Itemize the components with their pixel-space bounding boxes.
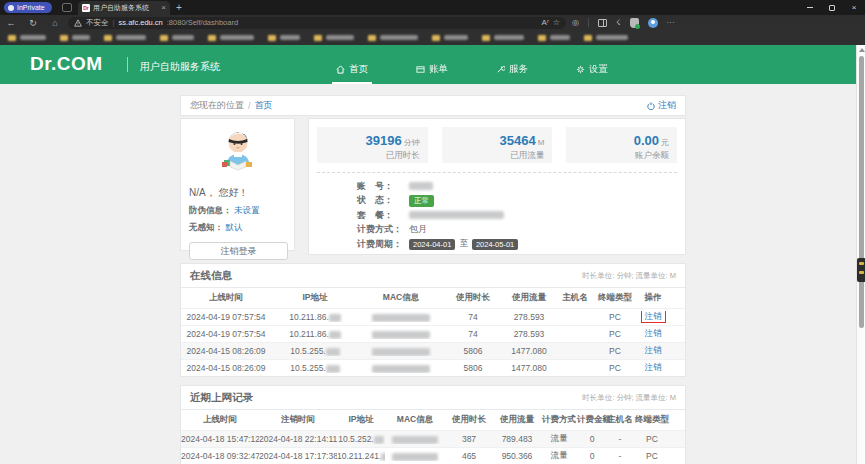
stat-value: 0.00	[634, 133, 659, 148]
home-icon	[336, 65, 345, 74]
home-icon[interactable]: ⌂	[44, 18, 66, 28]
back-icon[interactable]: ←	[0, 18, 22, 28]
toolbar-actions: ◎ ☇ ···	[572, 18, 675, 28]
breadcrumb-prefix: 您现在的位置	[190, 99, 244, 112]
terminal-type: PC	[595, 363, 635, 373]
inprivate-label: InPrivate	[17, 2, 45, 13]
favorite-star-icon[interactable]: ☆	[553, 18, 560, 27]
logo-divider	[127, 57, 128, 72]
screen: InPrivate Dr 用户自助服务系统 × + × ← ↻ ⌂ 不安全 | …	[0, 0, 865, 464]
window-controls: ×	[799, 0, 865, 15]
breadcrumb-home-link[interactable]: 首页	[255, 99, 273, 112]
tab-actions-icon[interactable]	[62, 3, 72, 12]
bookmark-item[interactable]	[314, 35, 354, 41]
folder-icon	[208, 35, 216, 41]
seamless-link[interactable]: 默认	[225, 222, 242, 232]
bookmark-item[interactable]	[8, 35, 46, 41]
offline-time: 2024-04-18 22:14:11	[259, 434, 337, 444]
kick-offline-link[interactable]: 注销	[645, 328, 662, 338]
redacted-mac	[392, 453, 438, 461]
col-header: 上线时间	[181, 414, 259, 426]
nav-label: 首页	[349, 63, 368, 76]
recent-records-header: 近期上网记录 时长单位: 分钟; 流量单位: M	[181, 386, 685, 410]
scrollbar-thumb[interactable]	[859, 56, 864, 328]
site-logo: Dr.COM	[30, 53, 103, 75]
folder-icon	[368, 35, 376, 41]
new-tab-button[interactable]: +	[176, 3, 182, 13]
split-screen-icon[interactable]	[598, 19, 607, 27]
page-scrollbar[interactable]	[856, 45, 865, 464]
collections-icon[interactable]: ☇	[616, 18, 621, 28]
bookmark-item[interactable]	[432, 35, 468, 41]
duration: 5806	[443, 363, 503, 373]
bookmark-item[interactable]	[368, 35, 418, 41]
billing-cycle-label: 计费周期：	[357, 238, 409, 251]
more-menu-icon[interactable]: ···	[667, 18, 675, 28]
kick-offline-link[interactable]: 注销	[645, 345, 662, 355]
recent-records-panel: 近期上网记录 时长单位: 分钟; 流量单位: M 上线时间 注销时间 IP地址 …	[180, 385, 686, 464]
redacted-ip	[326, 365, 340, 373]
units-note: 时长单位: 分钟; 流量单位: M	[582, 271, 676, 281]
inprivate-badge[interactable]: InPrivate	[4, 2, 52, 13]
online-time: 2024-04-18 15:47:12	[181, 434, 259, 444]
tab-close-icon[interactable]: ×	[161, 4, 166, 12]
nav-item-home[interactable]: 首页	[332, 63, 372, 84]
nav-item-bills[interactable]: 账单	[412, 63, 452, 84]
scrollbar-up-arrow[interactable]	[859, 48, 865, 52]
bookmark-item[interactable]	[104, 35, 146, 41]
mac-info	[359, 312, 443, 322]
shield-icon[interactable]	[630, 18, 639, 28]
bookmark-item[interactable]	[584, 35, 628, 41]
account-plan-row: 套 餐：	[357, 208, 677, 223]
account-plan-label: 套 餐：	[357, 209, 409, 222]
profile-avatar-icon[interactable]	[648, 18, 658, 28]
stat-label: 已用时长	[317, 150, 420, 162]
breadcrumb-separator: /	[248, 101, 251, 111]
logout-link[interactable]: 注销	[647, 99, 676, 112]
ip-address: 10.5.255.	[271, 346, 359, 356]
nav-item-settings[interactable]: 设置	[572, 63, 612, 84]
bookmark-item[interactable]	[160, 35, 194, 41]
bookmark-item[interactable]	[208, 35, 254, 41]
billing-method-label: 计费方式：	[357, 223, 409, 236]
address-bar[interactable]: 不安全 | ss.afc.edu.cn :8080/Self/dashboard…	[68, 17, 566, 29]
traffic: 950.366	[493, 451, 541, 461]
table-row: 2024-04-15 08:26:09 10.5.255. 5806 1477.…	[181, 359, 685, 376]
bookmark-item[interactable]	[268, 35, 300, 41]
hostname: -	[607, 451, 633, 461]
stat-label: 已用流量	[442, 150, 545, 162]
stat-unit: 元	[661, 138, 669, 147]
anti-fake-link[interactable]: 未设置	[234, 205, 260, 215]
bookmark-item[interactable]	[482, 35, 524, 41]
logout-label[interactable]: 注销	[658, 99, 676, 112]
maximize-button[interactable]	[821, 0, 843, 15]
refresh-icon[interactable]: ↻	[22, 18, 44, 28]
folder-icon	[268, 35, 276, 41]
table-row: 2024-04-19 07:57:54 10.211.86. 74 278.59…	[181, 308, 685, 325]
ip-address: 10.211.86.	[271, 329, 359, 339]
redacted-mac	[372, 314, 430, 322]
nav-item-services[interactable]: 服务	[492, 63, 532, 84]
col-header: 主机名	[555, 292, 595, 304]
nav-label: 账单	[429, 63, 448, 76]
stat-used-traffic: 35464M 已用流量	[442, 127, 553, 163]
cycle-end-badge: 2024-05-01	[472, 239, 518, 250]
minimize-button[interactable]	[799, 0, 821, 15]
stat-label: 账户余额	[566, 150, 669, 162]
bookmark-item[interactable]	[60, 35, 90, 41]
browser-tab[interactable]: Dr 用户自助服务系统 ×	[78, 1, 170, 15]
table-row: 2024-04-15 08:26:09 10.5.255. 5806 1477.…	[181, 342, 685, 359]
bookmark-item[interactable]	[538, 35, 570, 41]
kick-offline-link-highlighted[interactable]: 注销	[641, 311, 666, 323]
anti-fake-field: 防伪信息： 未设置	[189, 205, 286, 217]
site-header: Dr.COM 用户自助服务系统 首页 账单 服务 设置	[0, 45, 865, 84]
close-button[interactable]: ×	[843, 0, 865, 15]
traffic: 1477.080	[503, 363, 555, 373]
logout-login-button[interactable]: 注销登录	[189, 242, 288, 260]
extension-icon[interactable]: ◎	[572, 18, 579, 28]
action-cell: 注销	[635, 345, 671, 357]
col-header: 计费金额	[577, 414, 607, 426]
read-aloud-icon[interactable]: Aʳ	[542, 18, 549, 27]
hostname: -	[607, 434, 633, 444]
kick-offline-link[interactable]: 注销	[645, 362, 662, 372]
